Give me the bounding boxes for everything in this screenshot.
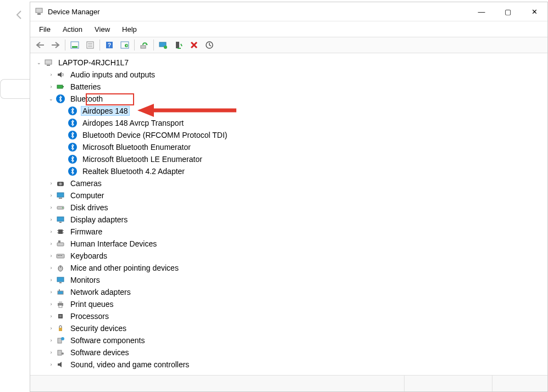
category-processors[interactable]: ›Processors: [47, 310, 545, 322]
svg-rect-39: [61, 255, 62, 256]
bluetooth-icon: [68, 154, 78, 164]
category-firmware[interactable]: ›Firmware: [47, 226, 545, 238]
svg-rect-27: [57, 217, 64, 221]
svg-rect-44: [58, 291, 63, 294]
selected-device-label[interactable]: Airdopes 148: [81, 106, 130, 116]
chevron-right-icon[interactable]: ›: [47, 217, 56, 222]
background-tab: [0, 79, 30, 99]
bt-device[interactable]: Bluetooth Device (RFCOMM Protocol TDI): [59, 129, 545, 141]
disable-device-button[interactable]: [171, 38, 186, 52]
maximize-button[interactable]: ▢: [495, 2, 521, 21]
svg-rect-23: [57, 193, 64, 197]
svg-rect-20: [63, 86, 64, 87]
chevron-right-icon[interactable]: ›: [47, 253, 56, 259]
svg-point-14: [164, 46, 167, 49]
svg-rect-34: [57, 243, 64, 246]
category-monitors[interactable]: ›Monitors: [47, 274, 545, 286]
category-bluetooth[interactable]: ⌄Bluetooth: [47, 93, 545, 105]
category-audio[interactable]: ›Audio inputs and outputs: [47, 69, 545, 81]
minimize-button[interactable]: —: [468, 2, 495, 21]
device-manager-window: Device Manager — ▢ ✕ File Action View He…: [30, 2, 548, 392]
category-display[interactable]: ›Display adapters: [47, 214, 545, 226]
chevron-right-icon[interactable]: ›: [47, 338, 56, 343]
category-network[interactable]: ›Network adapters: [47, 286, 545, 298]
chevron-down-icon[interactable]: ⌄: [47, 96, 56, 102]
close-button[interactable]: ✕: [521, 2, 547, 21]
nav-forward-button[interactable]: [48, 38, 63, 52]
svg-rect-3: [72, 46, 78, 48]
expander-icon[interactable]: ⌄: [35, 60, 43, 65]
show-hide-tree-button[interactable]: [67, 38, 82, 52]
svg-rect-0: [36, 8, 42, 13]
svg-rect-51: [59, 328, 62, 331]
svg-point-53: [61, 337, 64, 340]
chevron-right-icon[interactable]: ›: [47, 277, 56, 283]
menu-help[interactable]: Help: [117, 23, 142, 36]
svg-rect-28: [59, 222, 62, 223]
category-cameras[interactable]: ›Cameras: [47, 177, 545, 189]
svg-rect-17: [45, 60, 52, 64]
chevron-right-icon[interactable]: ›: [47, 362, 56, 367]
properties-button[interactable]: [82, 38, 98, 52]
speaker-icon: [56, 360, 65, 369]
enable-device-button[interactable]: [156, 38, 171, 52]
category-hid[interactable]: ›Human Interface Devices: [47, 238, 545, 250]
hid-icon: [56, 239, 65, 249]
update-driver-button[interactable]: [136, 38, 152, 52]
software-icon: [56, 348, 65, 357]
category-batteries[interactable]: ›Batteries: [47, 81, 545, 93]
device-tree[interactable]: ⌄ LAPTOP-4RJCH1L7 ›Audio inputs and outp…: [30, 53, 547, 375]
category-keyboards[interactable]: ›Keyboards: [47, 250, 545, 262]
svg-point-55: [62, 352, 64, 355]
browser-back-icon: [14, 9, 25, 23]
chevron-right-icon[interactable]: ›: [47, 313, 56, 319]
chevron-right-icon[interactable]: ›: [47, 241, 56, 247]
bt-device[interactable]: Microsoft Bluetooth LE Enumerator: [59, 153, 545, 165]
category-sound[interactable]: ›Sound, video and game controllers: [47, 359, 545, 371]
category-swcomp[interactable]: ›Software components: [47, 334, 545, 346]
bluetooth-icon: [68, 106, 78, 116]
tree-root[interactable]: ⌄ LAPTOP-4RJCH1L7: [35, 57, 545, 69]
category-print[interactable]: ›Print queues: [47, 298, 545, 310]
bluetooth-icon: [68, 166, 78, 176]
bt-device[interactable]: Realtek Bluetooth 4.2 Adapter: [59, 165, 545, 177]
chevron-right-icon[interactable]: ›: [47, 84, 56, 89]
bt-device-airdopes[interactable]: Airdopes 148: [59, 105, 545, 117]
bt-device[interactable]: Airdopes 148 Avrcp Transport: [59, 117, 545, 129]
bluetooth-icon: [68, 118, 78, 128]
bt-device[interactable]: Microsoft Bluetooth Enumerator: [59, 141, 545, 153]
svg-rect-19: [57, 85, 63, 88]
help-button[interactable]: ?: [102, 38, 117, 52]
chevron-right-icon[interactable]: ›: [47, 181, 56, 186]
scan-hardware-button[interactable]: [202, 38, 217, 52]
chevron-right-icon[interactable]: ›: [47, 350, 56, 355]
nav-back-button[interactable]: [32, 38, 48, 52]
chevron-right-icon[interactable]: ›: [47, 205, 56, 210]
category-swdev[interactable]: ›Software devices: [47, 346, 545, 359]
chevron-right-icon[interactable]: ›: [47, 72, 56, 77]
category-disk[interactable]: ›Disk drives: [47, 201, 545, 214]
computer-icon: [56, 191, 65, 200]
menu-view[interactable]: View: [89, 23, 115, 36]
menu-action[interactable]: Action: [57, 23, 88, 36]
menu-file[interactable]: File: [34, 23, 56, 36]
uninstall-device-button[interactable]: [186, 38, 202, 52]
root-label[interactable]: LAPTOP-4RJCH1L7: [57, 58, 130, 68]
printer-icon: [56, 299, 65, 309]
titlebar: Device Manager — ▢ ✕: [30, 2, 547, 21]
action-button[interactable]: [117, 38, 132, 52]
category-security[interactable]: ›Security devices: [47, 322, 545, 334]
category-computer[interactable]: ›Computer: [47, 189, 545, 201]
chevron-right-icon[interactable]: ›: [47, 229, 56, 234]
svg-point-26: [62, 208, 63, 209]
computer-icon: [43, 58, 53, 68]
chevron-right-icon[interactable]: ›: [47, 289, 56, 295]
category-mice[interactable]: ›Mice and other pointing devices: [47, 262, 545, 274]
chevron-right-icon[interactable]: ›: [47, 193, 56, 198]
toolbar: ?: [30, 37, 547, 53]
svg-rect-12: [141, 46, 146, 48]
bluetooth-icon: [68, 130, 78, 140]
chevron-right-icon[interactable]: ›: [47, 265, 56, 271]
chevron-right-icon[interactable]: ›: [47, 301, 56, 307]
chevron-right-icon[interactable]: ›: [47, 326, 56, 331]
